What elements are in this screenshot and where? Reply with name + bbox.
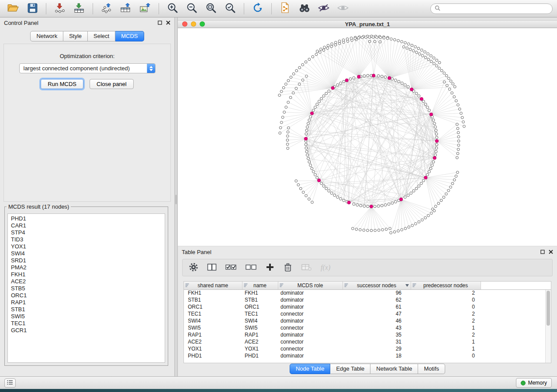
mcds-result-item[interactable]: STB5 (11, 285, 162, 292)
binoculars-icon (298, 3, 311, 14)
show-all-button[interactable] (334, 2, 352, 16)
create-column-button[interactable] (266, 261, 274, 274)
tab-select[interactable]: Select (88, 31, 115, 41)
share-document-icon (280, 2, 291, 15)
cell: ORC1 (242, 303, 278, 310)
save-session-button[interactable] (24, 2, 41, 16)
close-panel-icon[interactable] (549, 250, 553, 254)
zoom-selected-button[interactable] (221, 2, 239, 16)
tab-style[interactable]: Style (63, 31, 88, 41)
mcds-result-item[interactable]: ACE2 (11, 278, 162, 285)
open-session-button[interactable] (4, 2, 22, 16)
cell: 46 (343, 317, 411, 324)
splitter-handle[interactable] (175, 195, 177, 204)
list-icon (7, 380, 13, 386)
column-header-MCDS-role[interactable]: MCDS role (278, 282, 343, 289)
split-panel-button[interactable] (207, 261, 217, 274)
mcds-result-item[interactable]: GCR1 (11, 327, 162, 334)
export-network-button[interactable] (98, 2, 115, 16)
memory-button[interactable]: Memory (516, 378, 552, 388)
float-panel-icon[interactable] (158, 21, 162, 25)
column-header-predecessor-nodes[interactable]: predecessor nodes (411, 282, 481, 289)
tab-network-table[interactable]: Network Table (370, 364, 418, 374)
select-all-button[interactable] (225, 261, 237, 274)
criterion-select[interactable]: largest connected component (undirected) (19, 63, 156, 73)
table-row[interactable]: SWI4SWI4dominator462 (184, 317, 551, 324)
close-panel-button[interactable]: Close panel (90, 79, 134, 89)
mcds-result-item[interactable]: SWI4 (11, 250, 162, 257)
delete-table-button[interactable] (301, 261, 312, 274)
export-table-button[interactable] (117, 2, 135, 16)
zoom-out-button[interactable] (183, 2, 201, 16)
mcds-result-item[interactable]: SWI5 (11, 313, 162, 320)
zoom-out-icon (186, 2, 197, 15)
cell: 96 (343, 289, 411, 296)
tab-edge-table[interactable]: Edge Table (330, 364, 370, 374)
column-header-shared-name[interactable]: shared name (184, 282, 242, 289)
apply-layout-button[interactable] (249, 2, 266, 16)
attribute-icon (280, 283, 284, 287)
tab-network[interactable]: Network (30, 31, 63, 41)
column-header-successor-nodes[interactable]: successor nodes (343, 282, 411, 289)
run-mcds-button[interactable]: Run MCDS (41, 79, 83, 89)
table-row[interactable]: YOX1YOX1connector291 (184, 345, 551, 352)
tab-mcds[interactable]: MCDS (115, 31, 144, 41)
table-row[interactable]: RAP1RAP1dominator352 (184, 331, 551, 338)
table-row[interactable]: PHD1PHD1dominator180 (184, 352, 551, 359)
cell: RAP1 (184, 331, 242, 338)
export-table-icon (120, 3, 131, 14)
export-image-button[interactable] (136, 2, 154, 16)
float-panel-icon[interactable] (540, 250, 545, 254)
hide-selected-button[interactable] (315, 2, 332, 16)
tab-node-table[interactable]: Node Table (290, 364, 331, 374)
mcds-result-item[interactable]: ORC1 (11, 292, 162, 299)
cell: 2 (411, 310, 481, 317)
cell: 18 (343, 352, 411, 359)
network-canvas[interactable] (178, 28, 557, 246)
cell: SWI5 (184, 324, 242, 331)
panel-splitter[interactable] (175, 17, 178, 376)
table-row[interactable]: TEC1TEC1connector472 (184, 310, 551, 317)
search-input[interactable] (443, 6, 548, 12)
import-network-button[interactable] (51, 2, 69, 16)
column-header-name[interactable]: name (242, 282, 278, 289)
table-row[interactable]: ORC1ORC1dominator610 (184, 303, 551, 310)
cell: PHD1 (242, 352, 278, 359)
mcds-result-item[interactable]: PHD1 (11, 215, 162, 222)
import-table-button[interactable] (70, 2, 88, 16)
mcds-result-item[interactable]: FKH1 (11, 271, 162, 278)
function-builder-button[interactable]: f(x) (321, 261, 330, 274)
scrollbar-thumb[interactable] (547, 291, 550, 326)
cell: 61 (343, 303, 411, 310)
mcds-result-list[interactable]: PHD1CAR1STP4TID3YOX1SWI4SRD1PMA2FKH1ACE2… (7, 213, 165, 363)
mcds-result-item[interactable]: STB1 (11, 306, 162, 313)
deselect-all-button[interactable] (246, 261, 257, 274)
table-row[interactable]: ACE2ACE2connector311 (184, 338, 551, 345)
network-title: YPA_prune.txt_1 (178, 21, 557, 28)
table-scrollbar[interactable] (545, 290, 551, 363)
mcds-result-item[interactable]: YOX1 (11, 243, 162, 250)
attribute-icon (185, 283, 189, 287)
delete-column-button[interactable] (283, 261, 293, 274)
table-row[interactable]: FKH1FKH1dominator962 (184, 289, 551, 296)
zoom-fit-button[interactable] (202, 2, 220, 16)
mcds-result-item[interactable]: SRD1 (11, 257, 162, 264)
close-panel-icon[interactable] (166, 21, 170, 25)
find-button[interactable] (296, 2, 313, 16)
mcds-result-item[interactable]: TEC1 (11, 320, 162, 327)
table-row[interactable]: SWI5SWI5connector431 (184, 324, 551, 331)
zoom-in-button[interactable] (164, 2, 181, 16)
mcds-result-item[interactable]: RAP1 (11, 299, 162, 306)
unchecked-boxes-icon (246, 263, 257, 272)
table-row[interactable]: STB1STB1dominator620 (184, 296, 551, 303)
mcds-result-item[interactable]: CAR1 (11, 222, 162, 229)
cell: PHD1 (184, 352, 242, 359)
show-panels-menu-button[interactable] (4, 378, 16, 388)
control-panel: Control Panel NetworkStyleSelectMCDS Opt… (0, 17, 175, 376)
table-settings-button[interactable] (189, 261, 198, 274)
share-document-button[interactable] (277, 2, 294, 16)
mcds-result-item[interactable]: STP4 (11, 229, 162, 236)
mcds-result-item[interactable]: TID3 (11, 236, 162, 243)
mcds-result-item[interactable]: PMA2 (11, 264, 162, 271)
tab-motifs[interactable]: Motifs (418, 364, 445, 374)
